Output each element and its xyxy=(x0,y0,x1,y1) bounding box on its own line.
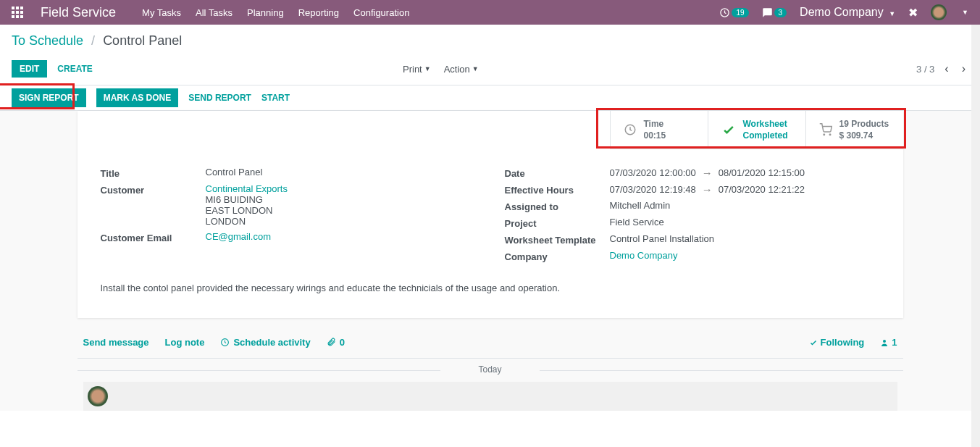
customer-addr1: MI6 BUIDING xyxy=(206,194,263,205)
schedule-activity-button[interactable]: Schedule activity xyxy=(220,337,310,348)
label-customer-email: Customer Email xyxy=(101,231,206,243)
label-assigned: Assigned to xyxy=(505,200,610,212)
status-bar: SIGN REPORT MARK AS DONE SEND REPORT STA… xyxy=(0,85,980,111)
send-report-button[interactable]: SEND REPORT xyxy=(188,88,251,107)
value-title: Control Panel xyxy=(206,167,476,177)
link-company[interactable]: Demo Company xyxy=(610,250,678,261)
date-separator: Today xyxy=(78,359,903,382)
label-template: Worksheet Template xyxy=(505,233,610,246)
debug-close-icon[interactable]: ✖ xyxy=(908,6,918,20)
attachments-button[interactable]: 0 xyxy=(327,337,345,348)
label-date: Date xyxy=(505,167,610,179)
stat-time-label: Time xyxy=(644,118,666,130)
pager-next[interactable]: › xyxy=(959,62,968,75)
form-sheet: Time 00:15 Worksheet Completed 19 Prod xyxy=(78,111,903,318)
check-icon xyxy=(721,122,736,137)
activities-badge: 19 xyxy=(732,8,748,17)
user-menu-caret[interactable]: ▼ xyxy=(962,9,968,16)
form-col-left: Title Control Panel Customer Continental… xyxy=(101,167,476,267)
breadcrumb-separator: / xyxy=(91,33,95,48)
message-avatar xyxy=(88,386,108,406)
svg-point-2 xyxy=(824,134,825,135)
date-from: 07/03/2020 12:00:00 xyxy=(610,167,696,178)
form-col-right: Date 07/03/2020 12:00:00 → 08/01/2020 12… xyxy=(505,167,880,267)
nav-right: 19 3 Demo Company ▼ ✖ ▼ xyxy=(719,4,968,20)
log-note-button[interactable]: Log note xyxy=(165,337,205,348)
stat-buttons: Time 00:15 Worksheet Completed 19 Prod xyxy=(78,111,903,149)
breadcrumb-parent[interactable]: To Schedule xyxy=(12,33,83,48)
messaging-badge: 3 xyxy=(774,8,787,17)
pager-prev[interactable]: ‹ xyxy=(942,62,951,75)
label-customer: Customer xyxy=(101,183,206,196)
value-template: Control Panel Installation xyxy=(610,233,880,244)
message-row xyxy=(83,382,897,411)
start-button[interactable]: START xyxy=(261,88,290,107)
svg-point-3 xyxy=(829,134,831,135)
date-to: 08/01/2020 12:15:00 xyxy=(719,167,805,178)
stat-time-value: 00:15 xyxy=(644,130,666,141)
followers-button[interactable]: 1 xyxy=(880,337,897,348)
company-switcher[interactable]: Demo Company ▼ xyxy=(800,6,895,19)
nav-menu: My Tasks All Tasks Planning Reporting Co… xyxy=(142,7,409,18)
nav-planning[interactable]: Planning xyxy=(247,7,284,18)
control-panel: To Schedule / Control Panel EDIT CREATE … xyxy=(0,25,980,85)
eff-from: 07/03/2020 12:19:48 xyxy=(610,184,696,195)
task-description: Install the contol panel provided the ne… xyxy=(101,283,880,309)
svg-point-5 xyxy=(883,340,886,343)
following-button[interactable]: Following xyxy=(809,337,865,348)
pager-counter[interactable]: 3 / 3 xyxy=(916,64,934,75)
stat-products-value: $ 309.74 xyxy=(839,130,889,141)
label-effective-hours: Effective Hours xyxy=(505,183,610,196)
breadcrumb: To Schedule / Control Panel xyxy=(12,33,968,49)
apps-icon[interactable] xyxy=(12,7,23,18)
link-customer[interactable]: Continental Exports xyxy=(206,183,288,194)
user-avatar[interactable] xyxy=(931,4,947,20)
brand-title[interactable]: Field Service xyxy=(41,5,116,20)
label-title: Title xyxy=(101,167,206,179)
stat-worksheet[interactable]: Worksheet Completed xyxy=(708,111,805,149)
scrollbar[interactable] xyxy=(971,25,980,447)
stat-worksheet-label: Worksheet xyxy=(743,118,788,130)
stat-time[interactable]: Time 00:15 xyxy=(610,111,708,149)
edit-button[interactable]: EDIT xyxy=(12,60,47,78)
print-menu[interactable]: Print▼ xyxy=(403,64,431,75)
stat-worksheet-value: Completed xyxy=(743,130,788,141)
nav-reporting[interactable]: Reporting xyxy=(298,7,339,18)
sign-report-button[interactable]: SIGN REPORT xyxy=(12,88,86,107)
top-nav: Field Service My Tasks All Tasks Plannin… xyxy=(0,0,980,25)
nav-all-tasks[interactable]: All Tasks xyxy=(196,7,233,18)
label-company: Company xyxy=(505,250,610,262)
customer-addr3: LONDON xyxy=(206,216,246,227)
chatter: Send message Log note Schedule activity … xyxy=(78,327,903,411)
label-project: Project xyxy=(505,217,610,229)
arrow-right-icon: → xyxy=(702,167,713,179)
cart-icon xyxy=(819,123,832,136)
value-assigned: Mitchell Admin xyxy=(610,200,880,211)
sheet-background: Time 00:15 Worksheet Completed 19 Prod xyxy=(0,111,980,411)
activities-icon[interactable]: 19 xyxy=(719,7,748,18)
messaging-icon[interactable]: 3 xyxy=(762,7,787,18)
company-name: Demo Company xyxy=(800,6,887,18)
action-menu[interactable]: Action▼ xyxy=(444,64,479,75)
link-customer-email[interactable]: CE@gmail.com xyxy=(206,231,272,242)
eff-to: 07/03/2020 12:21:22 xyxy=(719,184,805,195)
mark-done-button[interactable]: MARK AS DONE xyxy=(96,88,179,107)
value-project: Field Service xyxy=(610,217,880,227)
breadcrumb-current: Control Panel xyxy=(103,33,182,48)
nav-my-tasks[interactable]: My Tasks xyxy=(142,7,181,18)
arrow-right-icon: → xyxy=(702,183,713,196)
customer-addr2: EAST LONDON xyxy=(206,205,273,216)
send-message-button[interactable]: Send message xyxy=(83,337,149,348)
stat-products[interactable]: 19 Products $ 309.74 xyxy=(805,111,903,149)
clock-icon xyxy=(624,123,637,136)
nav-configuration[interactable]: Configuration xyxy=(353,7,409,18)
stat-products-label: 19 Products xyxy=(839,118,889,130)
create-button[interactable]: CREATE xyxy=(57,60,92,78)
